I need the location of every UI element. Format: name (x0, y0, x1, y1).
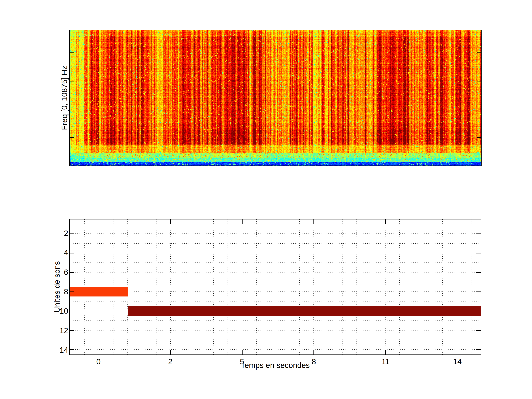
x-major-tick-top-11 (385, 219, 386, 224)
unit-10-segment (128, 306, 481, 316)
grid-vline (385, 219, 386, 355)
y-tick-label-8: 8 (39, 288, 68, 296)
spectrogram-xtick-top-2 (248, 30, 248, 34)
x-major-tick-top-5 (242, 219, 242, 224)
y-tick-label-4: 4 (39, 249, 68, 257)
spectrogram-xtick-bottom-4 (368, 161, 368, 165)
y-tick-label-14: 14 (39, 346, 68, 354)
grid-vline (242, 219, 242, 355)
y-tick-left-4 (70, 253, 74, 253)
grid-vline (428, 219, 428, 355)
spectrogram-xtick-top-4 (368, 30, 368, 34)
spectrogram-ylabel: Freq [0, 10875] Hz (60, 66, 69, 130)
x-tick-label-14: 14 (443, 357, 472, 366)
grid-vline (299, 219, 300, 355)
grid-vline (271, 219, 271, 355)
y-tick-left-14 (70, 349, 74, 350)
y-tick-left-10 (70, 311, 74, 311)
grid-vline (342, 219, 342, 355)
y-tick-right-6 (476, 272, 481, 273)
grid-hline (70, 349, 481, 350)
grid-hline (70, 282, 481, 282)
grid-hline (70, 330, 481, 330)
x-tick-label-0: 0 (84, 357, 113, 366)
grid-vline (442, 219, 443, 355)
spectrogram-ytick-left-3 (70, 137, 74, 138)
spectrogram-ytick-right-3 (477, 137, 481, 138)
grid-vline (471, 219, 471, 355)
grid-hline (70, 234, 481, 234)
y-tick-right-4 (476, 253, 481, 253)
x-major-tick-bottom-8 (313, 350, 314, 355)
grid-hline (70, 253, 481, 253)
unit-8-segment (70, 287, 128, 297)
grid-hline (70, 301, 481, 301)
y-tick-label-2: 2 (39, 229, 68, 237)
grid-vline (142, 219, 142, 355)
spectrogram-xtick-bottom-1 (188, 161, 188, 165)
grid-hline (70, 262, 481, 263)
grid-hline (70, 224, 481, 224)
spectrogram-xtick-top-1 (188, 30, 188, 34)
y-tick-right-14 (476, 349, 481, 350)
y-tick-label-12: 12 (39, 327, 68, 335)
spectrogram-xtick-bottom-2 (248, 161, 248, 165)
spectrogram-xtick-top-0 (128, 30, 128, 34)
spectrogram-image (70, 30, 481, 165)
grid-hline (70, 291, 481, 292)
grid-vline (313, 219, 314, 355)
grid-vline (371, 219, 371, 355)
x-major-tick-top-14 (457, 219, 457, 224)
grid-vline (256, 219, 257, 355)
x-tick-label-11: 11 (371, 357, 400, 366)
spectrogram-xtick-top-3 (308, 30, 308, 34)
y-tick-label-6: 6 (39, 268, 68, 276)
spectrogram-ytick-left-2 (70, 109, 74, 109)
x-major-tick-bottom-14 (457, 350, 457, 355)
grid-hline (70, 272, 481, 272)
grid-vline (199, 219, 199, 355)
grid-vline (414, 219, 414, 355)
spectrogram-ytick-right-2 (477, 109, 481, 109)
y-tick-right-10 (476, 311, 481, 311)
grid-vline (328, 219, 328, 355)
y-tick-left-6 (70, 272, 74, 273)
x-tick-label-2: 2 (156, 357, 185, 366)
grid-hline (70, 321, 481, 321)
y-tick-right-2 (476, 234, 481, 234)
x-major-tick-top-2 (170, 219, 171, 224)
spectrogram-xtick-bottom-3 (308, 161, 308, 165)
spectrogram-ytick-left-0 (70, 52, 74, 53)
units-timeline-plot (69, 219, 481, 355)
x-major-tick-bottom-5 (242, 350, 242, 355)
y-tick-label-10: 10 (39, 307, 68, 315)
y-tick-right-8 (476, 291, 481, 292)
spectrogram-xtick-bottom-0 (128, 161, 128, 165)
x-major-tick-bottom-0 (99, 350, 99, 355)
grid-vline (228, 219, 228, 355)
x-major-tick-top-8 (313, 219, 314, 224)
x-major-tick-bottom-11 (385, 350, 386, 355)
grid-hline (70, 340, 481, 340)
spectrogram-ytick-right-1 (477, 81, 481, 82)
x-major-tick-bottom-2 (170, 350, 171, 355)
grid-vline (356, 219, 357, 355)
grid-vline (457, 219, 457, 355)
spectrogram-plot (69, 30, 481, 166)
grid-vline (213, 219, 214, 355)
spectrogram-xtick-top-5 (428, 30, 428, 34)
x-tick-label-8: 8 (299, 357, 329, 366)
spectrogram-ytick-left-1 (70, 81, 74, 82)
grid-hline (70, 243, 481, 244)
matlab-figure: Freq [0, 10875] Hz Unites de sons Temps … (0, 0, 532, 399)
y-tick-left-12 (70, 330, 74, 331)
x-tick-label-5: 5 (227, 357, 257, 366)
spectrogram-xtick-bottom-5 (428, 161, 428, 165)
spectrogram-ytick-right-0 (477, 52, 481, 53)
grid-vline (170, 219, 171, 355)
grid-vline (399, 219, 400, 355)
grid-vline (185, 219, 185, 355)
y-tick-left-2 (70, 234, 74, 234)
x-major-tick-top-0 (99, 219, 99, 224)
grid-vline (285, 219, 285, 355)
